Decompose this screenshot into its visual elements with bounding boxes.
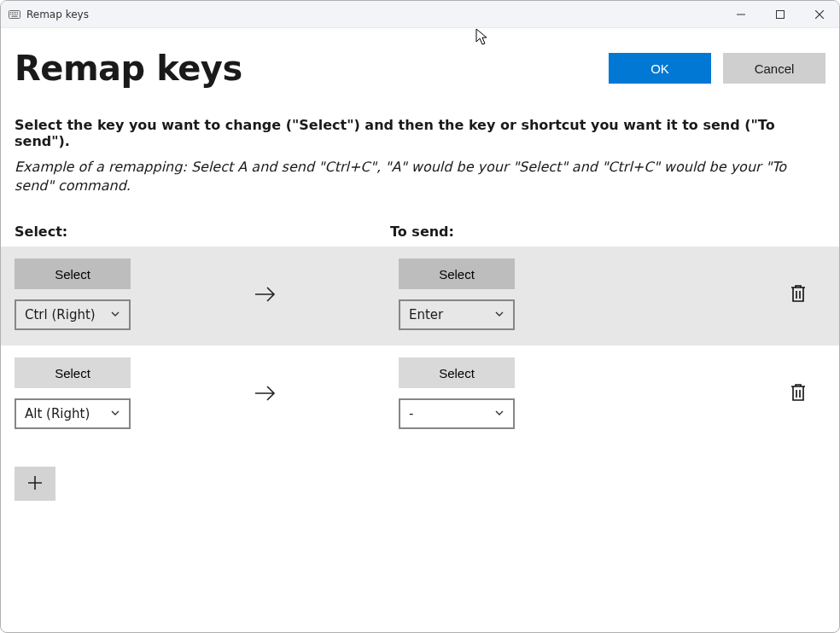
svg-rect-12 xyxy=(777,10,785,18)
select-from-key-button[interactable]: Select xyxy=(15,258,131,289)
close-button[interactable] xyxy=(800,1,839,28)
maximize-button[interactable] xyxy=(761,1,800,28)
svg-rect-7 xyxy=(12,14,13,15)
svg-rect-4 xyxy=(15,12,16,13)
chevron-down-icon xyxy=(494,307,505,322)
svg-rect-1 xyxy=(10,12,11,13)
svg-rect-11 xyxy=(12,15,18,16)
svg-rect-10 xyxy=(17,14,18,15)
ok-button[interactable]: OK xyxy=(609,53,711,84)
svg-rect-9 xyxy=(15,14,16,15)
delete-mapping-button[interactable] xyxy=(783,378,814,409)
example-text: Example of a remapping: Select A and sen… xyxy=(1,149,803,195)
keyboard-icon xyxy=(8,8,21,21)
chevron-down-icon xyxy=(110,307,120,322)
instructions-text: Select the key you want to change ("Sele… xyxy=(1,96,839,149)
select-to-key-button[interactable]: Select xyxy=(399,258,515,289)
mapping-row: Select Ctrl (Right) Select Enter xyxy=(1,247,839,346)
from-key-dropdown[interactable]: Ctrl (Right) xyxy=(15,299,131,330)
plus-icon xyxy=(26,474,44,494)
select-to-key-button[interactable]: Select xyxy=(399,357,515,388)
to-key-dropdown[interactable]: - xyxy=(399,398,515,429)
column-header-to-send: To send: xyxy=(390,224,825,240)
select-from-key-button[interactable]: Select xyxy=(15,357,131,388)
to-key-value: - xyxy=(409,406,489,421)
arrow-right-icon xyxy=(236,383,390,404)
content-area: Remap keys OK Cancel Select the key you … xyxy=(1,28,839,632)
add-mapping-button[interactable] xyxy=(15,467,55,501)
from-key-value: Alt (Right) xyxy=(25,406,105,421)
mapping-row: Select Alt (Right) Select - xyxy=(1,346,839,444)
delete-mapping-button[interactable] xyxy=(783,279,814,310)
trash-icon xyxy=(789,283,808,306)
svg-rect-6 xyxy=(10,14,11,15)
to-key-dropdown[interactable]: Enter xyxy=(399,299,515,330)
minimize-button[interactable] xyxy=(721,1,761,28)
from-key-value: Ctrl (Right) xyxy=(25,307,105,322)
page-title: Remap keys xyxy=(15,49,609,88)
svg-rect-3 xyxy=(14,12,15,13)
to-key-value: Enter xyxy=(409,307,489,322)
titlebar: Remap keys xyxy=(1,1,839,28)
trash-icon xyxy=(789,382,808,405)
svg-rect-5 xyxy=(17,12,18,13)
svg-rect-8 xyxy=(14,14,15,15)
window-title: Remap keys xyxy=(26,9,89,20)
chevron-down-icon xyxy=(110,406,120,421)
arrow-right-icon xyxy=(236,284,390,305)
from-key-dropdown[interactable]: Alt (Right) xyxy=(15,398,131,429)
svg-rect-2 xyxy=(12,12,13,13)
remap-keys-window: Remap keys Remap keys OK Cancel Select t… xyxy=(0,0,840,633)
chevron-down-icon xyxy=(494,406,505,421)
cancel-button[interactable]: Cancel xyxy=(723,53,825,84)
column-header-select: Select: xyxy=(15,224,390,240)
